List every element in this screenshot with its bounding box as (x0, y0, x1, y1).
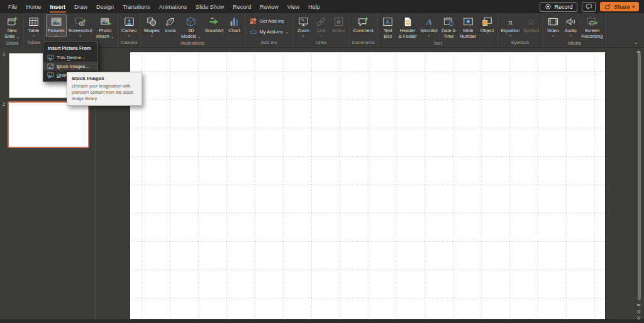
chevron-down-icon: ⌄ (302, 33, 306, 37)
record-button[interactable]: Record (540, 2, 577, 12)
bottom-strip (0, 319, 644, 323)
ribbon-group-links: Zoom⌄Link⌄ActionLinks (294, 13, 350, 47)
chevron-down-icon: ▾ (632, 4, 635, 9)
my-add-ins-button[interactable]: My Add-ins⌄ (247, 26, 292, 37)
get-addins-icon (249, 17, 257, 25)
tab-help[interactable]: Help (304, 0, 325, 13)
button-label: Comment (353, 28, 374, 33)
pictures-icon (50, 15, 62, 28)
new-slide-button[interactable]: NewSlide⌄ (3, 14, 22, 40)
button-label: Date & (441, 28, 456, 33)
tab-insert[interactable]: Insert (46, 0, 70, 13)
comment-button[interactable]: Comment (351, 14, 375, 34)
slide-number-button[interactable]: #SlideNumber (458, 14, 479, 40)
3d-models-button[interactable]: 3DModels⌄ (179, 14, 203, 40)
ribbon-group-symbols: πEquation⌄ΩSymbolSymbols (498, 13, 543, 47)
screen-recording-icon (586, 15, 598, 28)
ribbon-group-label: Camera (119, 40, 139, 47)
slide-editing-surface[interactable] (130, 52, 605, 319)
link-icon (315, 15, 328, 28)
photo-album-button[interactable]: PhotoAlbum⌄ (94, 14, 116, 40)
ribbon-group-tables: Table⌄Tables (24, 13, 45, 47)
audio-button[interactable]: Audio⌄ (562, 14, 579, 37)
shapes-button[interactable]: Shapes⌄ (142, 14, 161, 37)
tab-view[interactable]: View (283, 0, 304, 13)
share-button[interactable]: Share ▾ (600, 2, 639, 11)
symbol-button: ΩSymbol (521, 14, 541, 34)
ribbon-group-add-ins: Get Add-insMy Add-ins⌄Add-ins (245, 13, 294, 47)
text-box-button[interactable]: ATextBox (379, 14, 397, 40)
chat-bubble-icon (586, 3, 592, 10)
table-button[interactable]: Table⌄ (25, 14, 43, 37)
tab-review[interactable]: Review (255, 0, 283, 13)
video-button[interactable]: Video⌄ (544, 14, 562, 37)
get-add-ins-button[interactable]: Get Add-ins (247, 16, 287, 26)
button-label: Slide (463, 28, 474, 33)
tooltip-title: Stock Images (72, 76, 137, 81)
stock-images-tooltip: Stock Images Unleash your imagination wi… (67, 72, 142, 106)
chevron-down-icon: ⌄ (319, 33, 323, 37)
svg-text:A: A (426, 17, 432, 26)
share-button-label: Share (614, 4, 630, 10)
stock-images-icon (47, 63, 54, 70)
zoom-button[interactable]: Zoom⌄ (295, 14, 313, 37)
menu-header: Insert Picture From (43, 44, 97, 53)
tab-transitions[interactable]: Transitions (118, 0, 155, 13)
comments-pane-button[interactable] (582, 2, 596, 12)
chevron-down-icon: ⌄ (111, 35, 114, 38)
previous-slide-button[interactable] (635, 309, 642, 314)
record-icon (545, 3, 552, 10)
date-time-icon (442, 15, 455, 28)
button-label: Text (384, 28, 392, 33)
ribbon-group-illustrations: Shapes⌄Icons3DModels⌄SmartArtChartIllust… (140, 13, 245, 47)
scroll-down-icon[interactable] (635, 302, 642, 308)
menu-item-stock-images[interactable]: Stock Images... (43, 62, 97, 71)
ribbon-group-slides: NewSlide⌄Slides (1, 13, 24, 47)
chevron-down-icon: ⌄ (286, 30, 289, 33)
icons-button[interactable]: Icons (162, 14, 179, 34)
tab-slide-show[interactable]: Slide Show (191, 0, 228, 13)
button-label: Header (400, 28, 416, 33)
cameo-icon (123, 15, 135, 28)
header-footer-button[interactable]: Header& Footer (397, 14, 419, 40)
tab-home[interactable]: Home (22, 0, 46, 13)
pictures-button[interactable]: Pictures⌄ (46, 14, 67, 37)
comment-icon (357, 15, 370, 28)
button-label: SmartArt (205, 28, 224, 33)
ribbon-group-label: Links (295, 40, 348, 47)
slide-thumbnail-2[interactable] (8, 101, 89, 148)
button-label: Chart (228, 28, 240, 33)
button-label: Symbol (523, 28, 539, 33)
tab-draw[interactable]: Draw (70, 0, 92, 13)
date-time-button[interactable]: Date &Time (440, 14, 458, 40)
cameo-button[interactable]: Cameo⌄ (119, 14, 138, 37)
collapse-ribbon-icon[interactable]: ⌄ (633, 39, 638, 45)
tab-file[interactable]: File (4, 0, 22, 13)
video-icon (547, 15, 559, 28)
wordart-button[interactable]: AWordArt⌄ (419, 14, 440, 37)
object-button[interactable]: Object (479, 14, 496, 34)
chevron-down-icon: ⌄ (16, 35, 20, 38)
tab-animations[interactable]: Animations (155, 0, 192, 13)
ribbon-group-label: Tables (25, 40, 43, 47)
chevron-down-icon: ⌄ (79, 33, 82, 37)
smartart-button[interactable]: SmartArt (203, 14, 226, 34)
ribbon-group-label: Comments (351, 40, 376, 47)
ribbon-group-camera: Cameo⌄Camera (118, 13, 141, 47)
ribbon-group-comments: CommentComments (350, 13, 378, 47)
tab-record[interactable]: Record (228, 0, 255, 13)
tab-design[interactable]: Design (92, 0, 118, 13)
icons-icon (164, 15, 177, 28)
equation-button[interactable]: πEquation⌄ (499, 14, 522, 37)
vertical-scrollbar-thumb[interactable] (638, 53, 641, 300)
next-slide-button[interactable] (635, 315, 642, 320)
screenshot-button[interactable]: Screenshot⌄ (67, 14, 94, 37)
screen-recording-button[interactable]: ScreenRecording (579, 14, 604, 40)
chevron-down-icon: ⌄ (127, 33, 131, 37)
svg-text:Ω: Ω (528, 17, 534, 26)
button-label: Photo (99, 28, 111, 33)
menu-item-this-device[interactable]: This Device... (43, 53, 97, 62)
powerpoint-app: FileHomeInsertDrawDesignTransitionsAnima… (0, 0, 644, 323)
menu-item-label: Stock Images... (57, 64, 89, 69)
chart-button[interactable]: Chart (226, 14, 243, 34)
